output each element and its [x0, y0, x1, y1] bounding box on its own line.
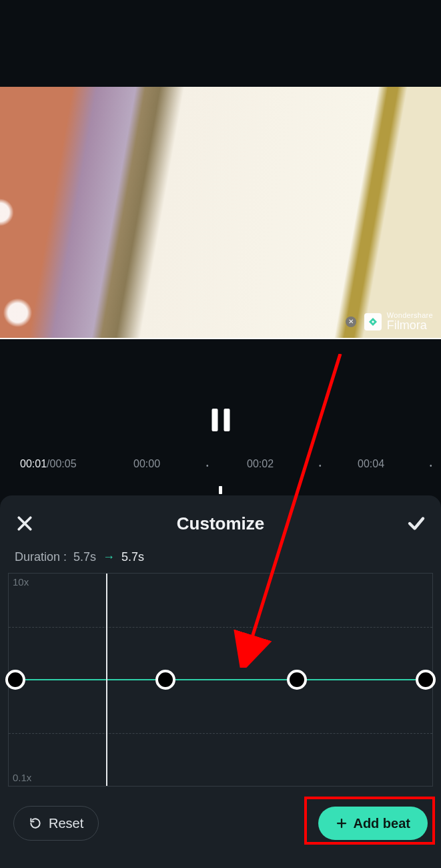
graph-playhead[interactable] — [106, 574, 107, 786]
duration-readout: Duration : 5.7s → 5.7s — [15, 550, 426, 564]
curve-point[interactable] — [5, 670, 25, 690]
reset-button[interactable]: Reset — [13, 806, 99, 841]
duration-to: 5.7s — [121, 550, 144, 564]
pause-icon — [224, 409, 230, 431]
timeline-ruler[interactable]: 00:01/00:05 00:00 • 00:02 • 00:04 • — [0, 458, 441, 478]
graph-max-label: 10x — [13, 576, 29, 588]
watermark-remove-icon[interactable]: ✕ — [346, 316, 356, 327]
panel-title: Customize — [177, 513, 264, 534]
add-beat-label: Add beat — [353, 816, 410, 831]
time-current-total: 00:01/00:05 — [20, 458, 77, 470]
filmora-logo-icon — [364, 313, 382, 331]
graph-min-label: 0.1x — [13, 772, 31, 783]
confirm-button[interactable] — [406, 513, 426, 533]
reset-label: Reset — [49, 816, 83, 831]
close-button[interactable] — [15, 513, 35, 533]
speed-curve-graph[interactable]: 10x 0.1x — [8, 573, 433, 787]
duration-from: 5.7s — [73, 550, 96, 564]
pause-icon — [211, 409, 217, 431]
graph-gridline — [9, 733, 432, 734]
video-preview[interactable]: ✕ Wondershare Filmora — [0, 87, 441, 339]
duration-label: Duration : — [15, 550, 67, 564]
time-tick-dot: • — [319, 462, 322, 469]
time-tick-dot: • — [206, 462, 209, 469]
timeline-playhead[interactable] — [219, 486, 222, 494]
arrow-right-icon: → — [103, 550, 115, 564]
plus-icon — [336, 817, 348, 829]
watermark: ✕ Wondershare Filmora — [346, 312, 433, 331]
time-total: 00:05 — [50, 458, 77, 469]
time-tick: 00:00 — [133, 458, 160, 470]
curve-point[interactable] — [155, 670, 175, 690]
curve-point[interactable] — [416, 670, 436, 690]
time-current: 00:01 — [20, 458, 47, 469]
time-tick: 00:02 — [247, 458, 274, 470]
time-tick-dot: • — [430, 462, 432, 469]
pause-button[interactable] — [211, 409, 230, 431]
graph-gridline — [9, 627, 432, 628]
add-beat-button[interactable]: Add beat — [318, 807, 428, 840]
time-tick: 00:04 — [358, 458, 384, 470]
close-icon — [15, 513, 35, 533]
curve-point[interactable] — [287, 670, 307, 690]
reset-icon — [29, 817, 42, 830]
watermark-product: Filmora — [387, 319, 433, 331]
speed-curve-line — [9, 679, 432, 680]
check-icon — [406, 513, 426, 533]
